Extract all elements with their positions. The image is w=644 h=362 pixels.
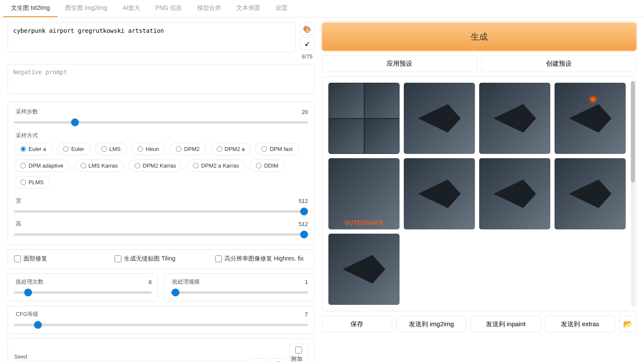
check-face-restore[interactable]: 面部修复: [14, 255, 107, 263]
dice-button[interactable]: 🎲: [252, 358, 267, 362]
tab-txt2img[interactable]: 文生图 txt2img: [3, 0, 58, 17]
palette-button[interactable]: 🎨: [300, 23, 314, 35]
check-highres[interactable]: 高分辨率图像修复 Highres. fix: [215, 255, 308, 263]
width-slider[interactable]: [14, 210, 308, 213]
radio-dpm2a[interactable]: DPM2 a: [210, 143, 251, 155]
radio-dpm2[interactable]: DPM2: [170, 143, 206, 155]
height-label: 高: [14, 220, 23, 228]
tabs: 文生图 txt2img 图生图 img2img AI放大 PNG 信息 模型合并…: [0, 0, 644, 17]
gallery-thumb[interactable]: [479, 158, 550, 229]
tab-pnginfo[interactable]: PNG 信息: [148, 0, 190, 17]
radio-euler[interactable]: Euler: [57, 143, 90, 155]
width-value: 512: [299, 198, 308, 207]
batch-size-label: 批处理规模: [170, 278, 201, 286]
sampling-steps-value: 20: [302, 109, 308, 118]
token-count: 8/75: [302, 53, 312, 60]
apply-preset-button[interactable]: 应用预设: [322, 55, 477, 72]
batch-size-slider[interactable]: [170, 291, 308, 294]
radio-lmskarras[interactable]: LMS Karras: [74, 159, 124, 172]
batch-size-value: 1: [305, 279, 308, 288]
cfg-slider[interactable]: [14, 324, 308, 326]
radio-heun[interactable]: Heun: [131, 143, 165, 155]
tab-textual-inversion[interactable]: 文本倒置: [229, 0, 268, 17]
radio-dpm2akarras[interactable]: DPM2 a Karras: [187, 159, 245, 172]
radio-lms[interactable]: LMS: [95, 143, 127, 155]
tab-settings[interactable]: 设置: [268, 0, 295, 17]
sampling-steps-label: 采样步数: [14, 108, 40, 116]
send-extras-button[interactable]: 发送到 extras: [545, 316, 615, 333]
gallery-thumb[interactable]: [479, 83, 550, 154]
cfg-label: CFG等级: [14, 310, 40, 318]
gallery-thumb[interactable]: GUTEIDVAKK: [328, 158, 400, 229]
sampling-steps-slider[interactable]: [14, 121, 308, 124]
cfg-value: 7: [305, 311, 308, 321]
gallery-thumb[interactable]: [404, 83, 475, 154]
batch-count-value: 8: [149, 279, 152, 288]
check-tiling[interactable]: 生成无缝贴图 Tiling: [115, 255, 207, 263]
generate-button[interactable]: 生成: [322, 23, 636, 51]
folder-button[interactable]: 📂: [619, 316, 636, 333]
gallery: GUTEIDVAKK: [322, 76, 636, 311]
recycle-button[interactable]: ♻️: [270, 358, 286, 362]
gallery-thumb[interactable]: [555, 83, 626, 154]
create-preset-button[interactable]: 创建预设: [481, 55, 636, 72]
save-button[interactable]: 保存: [322, 316, 392, 333]
arrow-button[interactable]: ↙: [300, 37, 314, 50]
sampling-method-label: 采样方式: [14, 132, 40, 139]
negative-prompt-input[interactable]: [8, 64, 314, 94]
batch-count-slider[interactable]: [14, 291, 152, 294]
batch-count-label: 批处理次数: [14, 278, 45, 286]
gallery-thumb[interactable]: [404, 158, 475, 229]
sampling-method-radios: Euler a Euler LMS Heun DPM2 DPM2 a DPM f…: [14, 143, 308, 188]
radio-euler-a[interactable]: Euler a: [14, 143, 52, 155]
width-label: 宽: [14, 197, 23, 205]
send-img2img-button[interactable]: 发送到 img2img: [397, 316, 467, 333]
tab-merge[interactable]: 模型合并: [190, 0, 229, 17]
gallery-scrollbar[interactable]: [631, 81, 635, 307]
gallery-thumb[interactable]: [328, 83, 400, 154]
radio-ddim[interactable]: DDIM: [250, 159, 285, 172]
prompt-input[interactable]: [8, 23, 296, 52]
gallery-thumb[interactable]: [555, 158, 626, 229]
extra-settings-toggle[interactable]: 附加设置: [289, 344, 308, 362]
tab-img2img[interactable]: 图生图 img2img: [58, 0, 115, 17]
height-slider[interactable]: [14, 233, 308, 236]
height-value: 512: [299, 221, 308, 230]
radio-plms[interactable]: PLMS: [14, 176, 50, 188]
radio-dpmadaptive[interactable]: DPM adaptive: [14, 159, 70, 172]
gallery-thumb[interactable]: [328, 234, 400, 305]
tab-upscale[interactable]: AI放大: [115, 0, 148, 17]
radio-dpmfast[interactable]: DPM fast: [255, 143, 299, 155]
seed-label: Seed: [14, 353, 248, 360]
radio-dpm2karras[interactable]: DPM2 Karras: [128, 159, 182, 172]
send-inpaint-button[interactable]: 发送到 inpaint: [471, 316, 541, 333]
